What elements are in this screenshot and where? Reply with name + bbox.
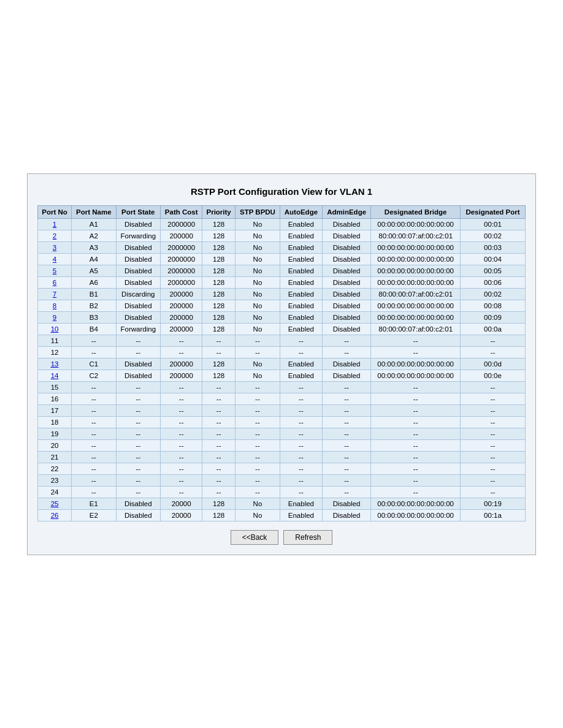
port-no-cell[interactable]: 14 (38, 370, 72, 381)
path-cost-cell: -- (161, 393, 202, 404)
priority-cell: -- (202, 439, 236, 451)
des-bridge-cell: -- (371, 474, 461, 486)
admin-edge-cell: Disabled (322, 300, 370, 311)
admin-edge-cell: -- (322, 428, 370, 439)
port-name-cell: -- (72, 428, 116, 439)
auto-edge-cell: -- (280, 451, 322, 463)
port-link[interactable]: 26 (51, 512, 59, 519)
port-no-cell: 12 (38, 346, 72, 358)
port-no-cell[interactable]: 2 (38, 230, 72, 241)
port-link[interactable]: 14 (51, 372, 59, 379)
port-no-cell[interactable]: 9 (38, 311, 72, 323)
port-link[interactable]: 2 (53, 232, 56, 240)
des-bridge-cell: -- (371, 404, 461, 416)
port-state-cell: -- (116, 381, 160, 393)
port-link[interactable]: 3 (53, 244, 56, 251)
stp-bpdu-cell: No (235, 300, 280, 311)
port-no-cell: 11 (38, 335, 72, 346)
priority-cell: -- (202, 428, 236, 439)
port-state-cell: -- (116, 416, 160, 428)
admin-edge-cell: -- (322, 439, 370, 451)
table-row: 6A6Disabled2000000128NoEnabledDisabled00… (38, 276, 526, 288)
port-no-cell: 24 (38, 486, 72, 498)
priority-cell: 128 (202, 288, 236, 300)
priority-cell: -- (202, 416, 236, 428)
stp-bpdu-cell: -- (235, 428, 280, 439)
auto-edge-cell: -- (280, 346, 322, 358)
des-port-cell: 00:1a (461, 509, 526, 521)
back-button[interactable]: <<Back (231, 530, 279, 545)
table-row: 4A4Disabled2000000128NoEnabledDisabled00… (38, 253, 526, 265)
port-no-cell[interactable]: 25 (38, 498, 72, 509)
table-row: 9B3Disabled200000128NoEnabledDisabled00:… (38, 311, 526, 323)
refresh-button[interactable]: Refresh (283, 530, 332, 545)
port-no-cell[interactable]: 3 (38, 241, 72, 253)
admin-edge-cell: Disabled (322, 218, 370, 230)
stp-bpdu-cell: No (235, 323, 280, 335)
port-state-cell: Forwarding (116, 230, 160, 241)
des-port-cell: 00:08 (461, 300, 526, 311)
port-name-cell: B2 (72, 300, 116, 311)
port-link[interactable]: 1 (53, 221, 56, 228)
port-link[interactable]: 8 (53, 302, 56, 309)
port-state-cell: Disabled (116, 358, 160, 370)
port-no-cell[interactable]: 13 (38, 358, 72, 370)
des-bridge-cell: 00:00:00:00:00:00:00:00 (371, 370, 461, 381)
port-link[interactable]: 5 (53, 267, 56, 275)
admin-edge-cell: -- (322, 404, 370, 416)
port-no-cell[interactable]: 10 (38, 323, 72, 335)
port-state-cell: Disabled (116, 265, 160, 276)
des-bridge-cell: 80:00:00:07:af:00:c2:01 (371, 323, 461, 335)
port-state-cell: -- (116, 486, 160, 498)
stp-bpdu-cell: No (235, 253, 280, 265)
port-no-cell[interactable]: 26 (38, 509, 72, 521)
port-no-cell[interactable]: 1 (38, 218, 72, 230)
table-row: 16------------------ (38, 393, 526, 404)
des-port-cell: 00:0a (461, 323, 526, 335)
port-no-cell[interactable]: 4 (38, 253, 72, 265)
port-name-cell: E1 (72, 498, 116, 509)
port-link[interactable]: 4 (53, 256, 56, 263)
port-link[interactable]: 25 (51, 500, 59, 507)
path-cost-cell: -- (161, 486, 202, 498)
stp-bpdu-cell: No (235, 509, 280, 521)
auto-edge-cell: -- (280, 439, 322, 451)
port-no-cell[interactable]: 6 (38, 276, 72, 288)
auto-edge-cell: Enabled (280, 276, 322, 288)
des-port-cell: 00:19 (461, 498, 526, 509)
port-no-cell[interactable]: 7 (38, 288, 72, 300)
des-bridge-cell: 00:00:00:00:00:00:00:00 (371, 241, 461, 253)
port-no-cell[interactable]: 8 (38, 300, 72, 311)
port-link[interactable]: 9 (53, 314, 56, 321)
port-link[interactable]: 13 (51, 360, 59, 368)
admin-edge-cell: Disabled (322, 241, 370, 253)
port-name-cell: B4 (72, 323, 116, 335)
port-name-cell: A6 (72, 276, 116, 288)
port-no-cell: 17 (38, 404, 72, 416)
des-bridge-cell: 00:00:00:00:00:00:00:00 (371, 218, 461, 230)
admin-edge-cell: Disabled (322, 265, 370, 276)
des-bridge-cell: 00:00:00:00:00:00:00:00 (371, 276, 461, 288)
port-no-cell: 21 (38, 451, 72, 463)
priority-cell: 128 (202, 230, 236, 241)
auto-edge-cell: -- (280, 404, 322, 416)
priority-cell: -- (202, 463, 236, 474)
table-row: 24------------------ (38, 486, 526, 498)
port-state-cell: Disabled (116, 300, 160, 311)
priority-cell: -- (202, 393, 236, 404)
des-bridge-cell: -- (371, 486, 461, 498)
port-name-cell: A5 (72, 265, 116, 276)
port-no-cell[interactable]: 5 (38, 265, 72, 276)
port-name-cell: -- (72, 346, 116, 358)
table-row: 11------------------ (38, 335, 526, 346)
port-link[interactable]: 6 (53, 279, 56, 286)
des-port-cell: 00:0e (461, 370, 526, 381)
priority-cell: 128 (202, 509, 236, 521)
port-state-cell: Disabled (116, 276, 160, 288)
table-row: 3A3Disabled2000000128NoEnabledDisabled00… (38, 241, 526, 253)
port-link[interactable]: 7 (53, 290, 56, 298)
port-state-cell: -- (116, 428, 160, 439)
des-bridge-cell: 00:00:00:00:00:00:00:00 (371, 265, 461, 276)
port-link[interactable]: 10 (51, 325, 59, 333)
stp-bpdu-cell: No (235, 498, 280, 509)
